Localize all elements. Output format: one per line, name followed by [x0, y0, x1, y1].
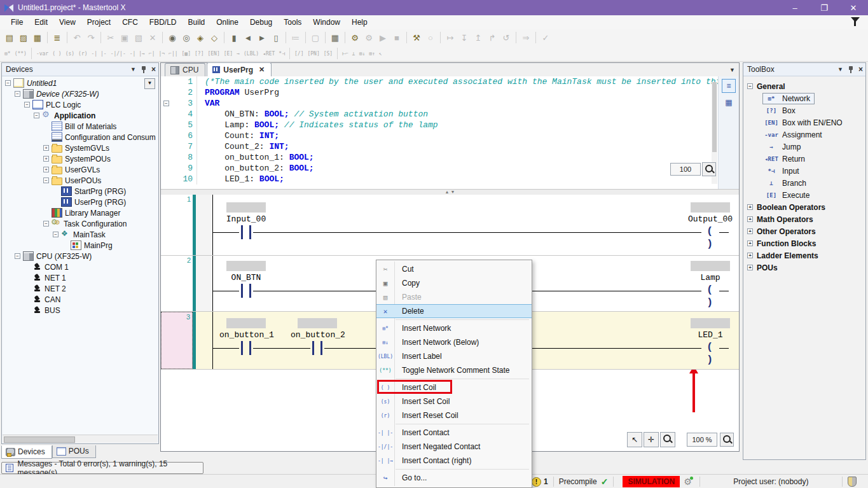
toolbox-item-assignment[interactable]: -varAssignment: [743, 129, 865, 141]
context-menu-insert-network-below[interactable]: ⊞↓Insert Network (Below): [376, 335, 532, 349]
tree-expander-icon[interactable]: −: [15, 253, 20, 259]
context-menu-insert-reset-coil[interactable]: (r)Insert Reset Coil: [376, 408, 532, 422]
insert-reset-coil-icon[interactable]: (r): [76, 51, 89, 57]
tree-item-library-manager[interactable]: −Library Manager: [3, 207, 158, 218]
new-project-icon[interactable]: ▤: [3, 31, 16, 44]
contact-element[interactable]: on_button_1: [219, 318, 273, 340]
device-combo-dropdown[interactable]: ▼: [144, 78, 155, 89]
toolbox-pin-icon[interactable]: [848, 66, 853, 73]
toggle-network-comment-icon[interactable]: (**): [13, 51, 29, 57]
menu-window[interactable]: Window: [307, 16, 346, 29]
ladder-zoom-fit-icon[interactable]: [720, 433, 734, 447]
operand-address-box[interactable]: [226, 261, 266, 271]
section-expander-icon[interactable]: +: [747, 216, 753, 222]
toolbox-section-math-operators[interactable]: +Math Operators: [743, 213, 865, 225]
tree-item-maintask[interactable]: −MainTask: [3, 229, 158, 240]
edge-detection-icon[interactable]: [PN]: [305, 51, 321, 57]
section-expander-icon[interactable]: +: [747, 204, 753, 210]
coil-symbol-icon[interactable]: ( ): [701, 284, 719, 298]
maximize-button[interactable]: ❐: [809, 0, 839, 15]
editor-tab-userprg[interactable]: UserPrg✕: [207, 62, 272, 76]
menu-fbdld[interactable]: FBD/LD: [144, 16, 183, 29]
tree-expander-icon[interactable]: −: [53, 232, 59, 237]
context-menu-insert-label[interactable]: (LBL)Insert Label: [376, 349, 532, 363]
section-expander-icon[interactable]: +: [747, 228, 753, 234]
fold-collapse-icon[interactable]: −: [163, 101, 169, 106]
tree-expander-icon[interactable]: −: [24, 102, 30, 108]
section-expander-icon[interactable]: +: [747, 253, 753, 258]
menu-cfc[interactable]: CFC: [116, 16, 144, 29]
toolbox-item-input[interactable]: *⊣Input: [743, 165, 865, 177]
tree-item-startprg-prg-[interactable]: −StartPrg (PRG): [3, 186, 158, 197]
operand-address-box[interactable]: [226, 202, 266, 213]
insert-input-icon[interactable]: *⊣: [277, 51, 287, 57]
tree-item-mainprg[interactable]: −MainPrg: [3, 240, 158, 251]
coil-symbol-icon[interactable]: ( ): [701, 341, 719, 355]
coil-element[interactable]: Lamp: [683, 261, 738, 282]
context-menu-copy[interactable]: ▣Copy: [376, 276, 532, 290]
devices-pin-icon[interactable]: [141, 66, 146, 73]
toolbox-section-boolean-operators[interactable]: +Boolean Operators: [743, 201, 865, 213]
insert-negated-contact-icon[interactable]: -|/|-: [109, 51, 128, 57]
tree-item-usergvls[interactable]: +UserGVLs: [3, 164, 158, 175]
tree-item-cpu-xf325-w-[interactable]: −CPU (XF325-W): [3, 251, 158, 261]
messages-bar[interactable]: Messages - Total 0 error(s), 1 warning(s…: [1, 462, 203, 474]
clear-bookmarks-icon[interactable]: ▯: [270, 31, 282, 44]
insert-parallel-below-icon[interactable]: ⌐||: [167, 51, 179, 57]
tree-item-configuration-and-consum[interactable]: −Configuration and Consum: [3, 132, 158, 143]
insert-contact-right-icon[interactable]: -| |→: [128, 51, 147, 57]
next-bookmark-icon[interactable]: ►: [256, 31, 268, 44]
tree-item-userpous[interactable]: −UserPOUs: [3, 175, 158, 186]
insert-box-icon[interactable]: [▦]: [180, 51, 193, 57]
tree-item-net-1[interactable]: −NET 1: [3, 272, 158, 283]
menu-build[interactable]: Build: [183, 16, 211, 29]
build-icon[interactable]: ⚒: [410, 31, 423, 44]
tree-expander-icon[interactable]: −: [5, 80, 11, 86]
context-menu-cut[interactable]: ✂Cut: [376, 262, 532, 276]
select-tool-button[interactable]: ↖: [627, 432, 642, 447]
textual-view-button[interactable]: ≡: [722, 79, 736, 93]
find-in-project-icon[interactable]: ◈: [194, 31, 207, 44]
close-button[interactable]: ✕: [839, 0, 868, 15]
menu-tools[interactable]: Tools: [278, 16, 307, 29]
open-project-icon[interactable]: ▨: [17, 31, 30, 44]
toolbox-section-other-operators[interactable]: +Other Operators: [743, 225, 865, 237]
context-menu-insert-coil[interactable]: ( )Insert Coil: [376, 380, 532, 394]
insert-network-above-2-icon[interactable]: ⊞↑: [367, 51, 377, 57]
editor-tab-cpu[interactable]: CPU: [165, 63, 205, 76]
section-expander-icon[interactable]: −: [747, 83, 753, 89]
insert-parallel-negated-icon[interactable]: |¬: [156, 51, 167, 57]
insert-jump-icon[interactable]: →: [235, 51, 242, 57]
insert-coil-icon[interactable]: ( ): [50, 51, 63, 57]
declaration-zoom-value[interactable]: 100: [670, 163, 701, 176]
editor-tab-dropdown-icon[interactable]: ▼: [729, 67, 735, 73]
declaration-zoom-icon[interactable]: [702, 162, 716, 176]
coil-symbol-icon[interactable]: ( ): [701, 225, 719, 239]
print-icon[interactable]: ≣: [51, 31, 64, 44]
tree-item-application[interactable]: −Application: [3, 110, 158, 121]
filter-funnel-icon[interactable]: [850, 17, 860, 27]
context-menu-insert-contact-right[interactable]: -| |→Insert Contact (right): [376, 454, 532, 468]
section-expander-icon[interactable]: +: [747, 241, 753, 246]
network-content[interactable]: Input_00Output_00( ): [212, 195, 739, 255]
declaration-editor[interactable]: 1(*The main code inserted by the user an…: [161, 76, 739, 189]
tree-item-task-configuration[interactable]: −Task Configuration: [3, 218, 158, 229]
ladder-zoom-value[interactable]: 100 %: [687, 433, 717, 447]
previous-bookmark-icon[interactable]: ◄: [242, 31, 254, 44]
tree-item-bus[interactable]: −BUS: [3, 305, 158, 316]
contact-symbol-icon[interactable]: [239, 225, 253, 239]
login-icon[interactable]: ⚙: [348, 31, 361, 44]
tree-expander-icon[interactable]: −: [43, 178, 49, 183]
toolbox-dropdown-icon[interactable]: ▼: [837, 66, 843, 73]
devices-dropdown-icon[interactable]: ▼: [130, 66, 136, 73]
section-expander-icon[interactable]: +: [747, 265, 753, 270]
tree-item-plc-logic[interactable]: −PLC Logic: [3, 99, 158, 110]
network-gutter[interactable]: 3: [161, 312, 193, 369]
negate-icon[interactable]: [/]: [293, 51, 305, 57]
coil-element[interactable]: Output_00: [683, 202, 738, 224]
insert-empty-box-icon[interactable]: [?]: [193, 51, 205, 57]
insert-network-icon[interactable]: ⊞*: [3, 51, 13, 57]
tabular-view-button[interactable]: ▦: [722, 95, 736, 109]
menu-help[interactable]: Help: [346, 16, 373, 29]
tree-item-device-xf325-w-[interactable]: −Device (XF325-W): [3, 88, 158, 99]
